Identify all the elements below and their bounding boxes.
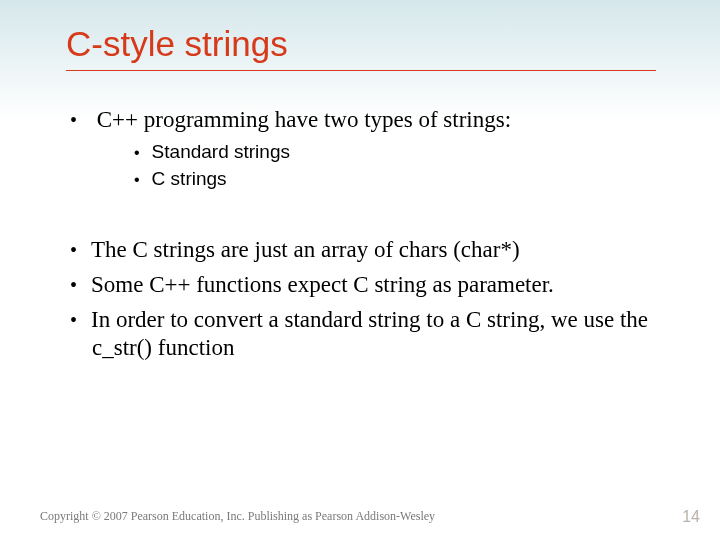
bullet-text: In order to convert a standard string to… [91, 307, 648, 361]
bullet-text: C++ programming have two types of string… [97, 107, 511, 132]
bullet-item: The C strings are just an array of chars… [66, 236, 666, 265]
sub-bullet-item: C strings [130, 166, 666, 192]
spacer [66, 198, 666, 230]
copyright-footer: Copyright © 2007 Pearson Education, Inc.… [40, 509, 435, 524]
sub-bullet-item: Standard strings [130, 139, 666, 165]
bullet-item: Some C++ functions expect C string as pa… [66, 271, 666, 300]
sub-bullet-list: Standard strings C strings [130, 139, 666, 192]
sub-bullet-text: C strings [152, 168, 227, 189]
slide-title: C-style strings [66, 24, 656, 71]
bullet-text: The C strings are just an array of chars… [91, 237, 520, 262]
bullet-list: C++ programming have two types of string… [66, 106, 666, 192]
page-number: 14 [682, 508, 700, 526]
bullet-list: The C strings are just an array of chars… [66, 236, 666, 363]
sub-bullet-text: Standard strings [152, 141, 290, 162]
bullet-text: Some C++ functions expect C string as pa… [91, 272, 554, 297]
bullet-item: C++ programming have two types of string… [66, 106, 666, 192]
slide: C-style strings C++ programming have two… [0, 0, 720, 540]
bullet-item: In order to convert a standard string to… [66, 306, 666, 364]
slide-content: C++ programming have two types of string… [66, 100, 666, 369]
